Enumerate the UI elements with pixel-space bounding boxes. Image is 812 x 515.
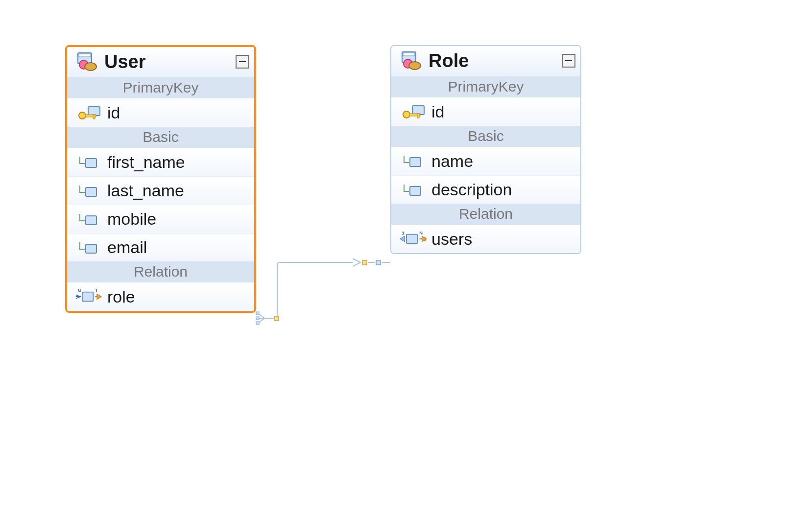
field-label: mobile [103,210,248,229]
svg-rect-34 [274,316,279,321]
field-label: email [103,238,248,257]
svg-rect-24 [410,158,421,166]
entity-icon [396,50,426,71]
field-label: id [103,103,248,122]
svg-rect-37 [376,260,381,265]
svg-rect-4 [88,107,100,116]
collapse-button[interactable] [562,54,575,68]
svg-rect-17 [403,53,415,56]
svg-rect-1 [79,54,91,57]
field-row[interactable]: id [67,98,254,127]
entity-header[interactable]: User [67,47,254,77]
field-row[interactable]: first_name [67,148,254,176]
svg-text:1: 1 [402,231,405,235]
section-basic-label: Basic [67,127,254,148]
field-icon [74,180,103,202]
key-icon [74,102,103,123]
svg-rect-31 [256,312,259,315]
field-label: id [428,102,574,121]
entity-title: User [101,51,236,72]
relation-icon: N 1 [74,286,103,307]
svg-rect-11 [86,244,96,253]
field-icon [74,237,103,258]
entity-role[interactable]: Role PrimaryKey id Basic name [390,45,581,254]
entity-title: Role [426,50,562,71]
svg-rect-9 [86,187,96,196]
key-icon [398,101,428,122]
field-row[interactable]: id [391,97,580,126]
svg-rect-7 [93,115,95,119]
field-row[interactable]: N 1 role [67,282,254,311]
svg-point-5 [79,112,86,119]
svg-rect-8 [86,159,96,167]
field-icon [74,151,103,173]
section-primarykey-label: PrimaryKey [391,76,580,97]
field-icon [398,179,428,201]
entity-user[interactable]: User PrimaryKey id Basic first_name [65,45,256,313]
field-row[interactable]: mobile [67,205,254,233]
svg-marker-28 [400,236,405,241]
entity-header[interactable]: Role [391,46,580,76]
section-relation-label: Relation [391,204,580,225]
section-primarykey-label: PrimaryKey [67,77,254,98]
svg-text:N: N [419,231,423,235]
field-icon [74,209,103,230]
relation-icon: 1 N [398,228,428,250]
svg-rect-10 [86,216,96,225]
svg-rect-32 [256,317,259,320]
field-row[interactable]: description [391,175,580,204]
field-label: name [428,152,574,171]
svg-rect-35 [362,260,367,265]
entity-icon [72,51,101,72]
collapse-button[interactable] [236,55,249,69]
field-label: role [103,287,248,306]
field-row[interactable]: last_name [67,176,254,205]
field-label: users [428,230,574,249]
svg-point-19 [409,62,421,70]
section-relation-label: Relation [67,261,254,282]
field-label: description [428,180,574,199]
section-basic-label: Basic [391,126,580,147]
svg-rect-33 [256,322,259,325]
svg-rect-20 [412,106,424,115]
svg-rect-25 [410,187,421,195]
field-row[interactable]: name [391,147,580,175]
svg-marker-30 [422,236,427,241]
svg-text:N: N [78,288,81,293]
svg-rect-23 [417,114,419,118]
field-row[interactable]: email [67,233,254,261]
svg-rect-29 [406,234,418,244]
field-row[interactable]: 1 N users [391,225,580,253]
svg-rect-14 [82,292,94,302]
svg-point-3 [85,63,96,70]
svg-text:1: 1 [95,288,97,293]
field-icon [398,150,428,172]
field-label: first_name [103,153,248,172]
field-label: last_name [103,181,248,200]
svg-marker-15 [97,294,101,299]
svg-point-21 [403,111,410,118]
